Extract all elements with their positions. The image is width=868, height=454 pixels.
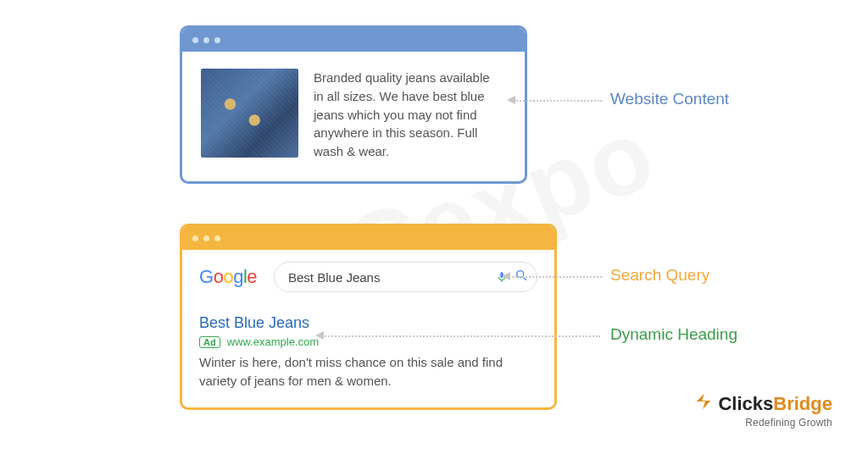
window-dot — [214, 235, 220, 241]
google-logo-letter: G — [199, 266, 214, 287]
window-dot — [214, 37, 220, 43]
website-content-text: Branded quality jeans available in all s… — [314, 69, 496, 161]
search-window-body: Google Best Blue Jea — [182, 250, 554, 407]
window-dot — [203, 235, 209, 241]
label-search-query: Search Query — [610, 266, 709, 285]
ad-result: Best Blue Jeans Ad www.example.com Winte… — [199, 314, 537, 390]
website-window: Branded quality jeans available in all s… — [180, 25, 527, 184]
search-input[interactable] — [288, 270, 496, 285]
connector-website — [514, 100, 602, 102]
search-window-titlebar — [182, 226, 554, 250]
arrowhead-icon — [502, 272, 510, 280]
brand-name-accent: Bridge — [773, 393, 832, 414]
arrowhead-icon — [507, 96, 515, 104]
jeans-image — [201, 69, 298, 158]
label-dynamic-heading: Dynamic Heading — [610, 325, 737, 344]
brand-logo-icon — [694, 392, 713, 415]
ad-description: Winter is here, don't miss chance on thi… — [199, 353, 504, 390]
google-logo-letter: o — [223, 266, 233, 287]
window-dot — [203, 37, 209, 43]
search-row: Google — [199, 262, 537, 292]
connector-search — [509, 276, 602, 278]
brand-footer: ClicksBridge Redefining Growth — [694, 392, 832, 429]
window-dot — [192, 37, 198, 43]
diagram-canvas: PPCexpo Branded quality jeans available … — [0, 0, 868, 454]
label-website-content: Website Content — [610, 90, 729, 108]
window-dot — [192, 235, 198, 241]
website-window-titlebar — [182, 28, 525, 52]
arrowhead-icon — [315, 331, 324, 340]
google-logo-letter: g — [233, 266, 243, 287]
window-dots — [192, 37, 220, 43]
website-window-body: Branded quality jeans available in all s… — [182, 52, 525, 181]
ad-url[interactable]: www.example.com — [227, 335, 319, 348]
ad-title[interactable]: Best Blue Jeans — [199, 314, 537, 332]
brand-name: ClicksBridge — [718, 393, 832, 415]
ad-badge: Ad — [199, 336, 220, 348]
window-dots — [192, 235, 220, 241]
brand-tagline: Redefining Growth — [694, 417, 832, 429]
connector-heading — [322, 335, 600, 337]
search-window: Google Best Blue Jea — [180, 224, 557, 410]
brand-name-plain: Clicks — [718, 393, 773, 414]
search-box[interactable] — [274, 262, 537, 292]
google-logo: Google — [199, 266, 257, 288]
google-logo-letter: e — [247, 266, 257, 287]
google-logo-letter: o — [214, 266, 224, 287]
ad-meta: Ad www.example.com — [199, 335, 537, 348]
